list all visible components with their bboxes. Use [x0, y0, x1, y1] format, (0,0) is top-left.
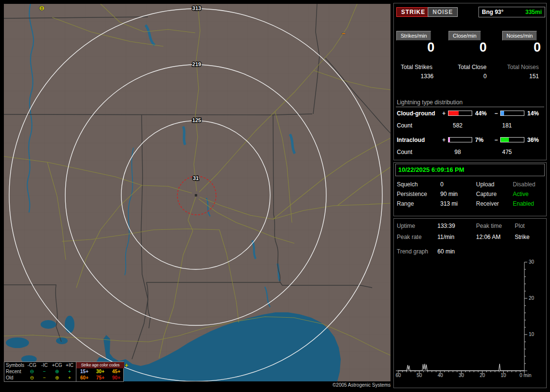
x-tick-50: 50 — [417, 373, 422, 378]
plot-label: Plot — [515, 223, 525, 229]
bearing-range-display[interactable]: Bng 93° 335mi — [478, 7, 545, 17]
status-row: Persistence 90 min Capture Active — [394, 191, 546, 198]
total-close-label: Total Close — [448, 64, 496, 70]
status-row: Range 313 mi Receiver Enabled — [394, 200, 546, 208]
persistence-value: 90 min — [440, 191, 458, 197]
noise-tab-button[interactable]: NOISE — [428, 7, 458, 17]
age-60: 60+ — [76, 375, 92, 381]
y-tick-10: 10 — [529, 332, 535, 337]
upload-label: Upload — [476, 181, 494, 188]
trend-graph-label: Trend graph — [397, 248, 428, 255]
legend-symbols-header: Symbols — [4, 362, 26, 368]
ic-positive-pct: 7% — [475, 137, 483, 143]
trend-line — [398, 364, 524, 371]
sensor-marker — [195, 194, 197, 196]
range-value: 313 mi — [440, 200, 458, 207]
noises-per-min-chip[interactable]: Noises/min — [502, 31, 537, 41]
stats-row: Trend graph 60 min — [394, 248, 546, 256]
total-noises-label: Total Noises — [499, 64, 547, 70]
legend-col-neg-ic: -IC — [38, 362, 51, 368]
distribution-title: Lightning type distribution — [397, 99, 463, 106]
cg-negative-bar — [500, 111, 524, 116]
receiver-status: Enabled — [513, 200, 534, 207]
cg-count-label: Count — [397, 122, 412, 129]
legend-row-recent-label: Recent — [4, 368, 26, 375]
recent-neg-ic-icon: − — [38, 368, 51, 375]
old-neg-cg-icon: ⊖ — [26, 375, 38, 381]
legend-col-pos-ic: +IC — [63, 362, 76, 368]
cg-positive-bar — [448, 111, 472, 116]
persistence-label: Persistence — [397, 191, 427, 197]
cloud-ground-label: Cloud-ground — [397, 110, 435, 117]
status-row: Squelch 0 Upload Disabled — [394, 181, 546, 189]
strike-symbol: + — [125, 362, 129, 368]
total-close-value: 0 — [442, 73, 487, 80]
old-pos-ic-icon: + — [63, 375, 76, 381]
bearing-distance: 335mi — [525, 9, 542, 15]
stats-row: Peak rate 11/min 12:06 AM Strike — [394, 234, 546, 241]
map-canvas: 313 219 125 31 — [4, 4, 391, 381]
x-tick-40: 40 — [437, 373, 443, 378]
upload-status: Disabled — [513, 181, 536, 188]
status-panel: 10/22/2025 6:09:16 PM Squelch 0 Upload D… — [393, 162, 547, 216]
recent-neg-cg-icon: ⊖ — [26, 368, 38, 375]
peak-rate-label: Peak rate — [397, 234, 421, 240]
trend-panel: Uptime 133:39 Peak time Plot Peak rate 1… — [393, 218, 547, 388]
strike-symbol: ⊖ — [39, 5, 44, 11]
squelch-label: Squelch — [397, 181, 418, 188]
minus-sign: − — [494, 137, 498, 143]
receiver-label: Receiver — [476, 200, 499, 207]
stats-row: Uptime 133:39 Peak time Plot — [394, 223, 546, 230]
capture-label: Capture — [476, 191, 497, 197]
old-pos-cg-icon: ⊕ — [51, 375, 63, 381]
peak-time-label: Peak time — [476, 223, 502, 229]
datetime-display: 10/22/2025 6:09:16 PM — [395, 164, 545, 176]
strike-age-header: Strike age color codes — [76, 362, 124, 368]
close-per-min-value: 0 — [444, 40, 487, 55]
uptime-value: 133:39 — [437, 223, 455, 229]
ic-positive-bar — [448, 137, 472, 142]
ic-negative-pct: 36% — [527, 137, 539, 143]
strike-symbol: − — [342, 30, 346, 37]
trend-tick-marks — [398, 262, 527, 374]
copyright-text: ©2005 Astrogenic Systems — [333, 382, 391, 388]
intracloud-label: Intracloud — [397, 137, 425, 143]
strike-stats-panel: STRIKE NOISE Bng 93° 335mi Strikes/min C… — [393, 3, 547, 160]
x-tick-10: 10 — [501, 373, 507, 378]
cg-positive-count: 582 — [447, 122, 468, 129]
y-tick-20: 20 — [529, 295, 535, 301]
divider — [396, 107, 544, 107]
map-view[interactable]: 313 219 125 31 ⊖ − + Symbols -CG -IC +CG… — [4, 4, 391, 381]
total-strikes-value: 1336 — [394, 73, 434, 80]
bearing-value: Bng 93° — [482, 9, 504, 15]
ring-label-31: 31 — [193, 175, 199, 181]
y-tick-30: 30 — [529, 259, 535, 265]
ic-negative-count: 475 — [496, 149, 518, 155]
cg-positive-pct: 44% — [475, 110, 487, 117]
ring-label-125: 125 — [192, 117, 201, 123]
legend-col-neg-cg: -CG — [26, 362, 38, 368]
close-per-min-chip[interactable]: Close/min — [449, 31, 481, 41]
recent-pos-ic-icon: + — [63, 368, 76, 375]
ic-count-label: Count — [397, 149, 412, 155]
strikes-per-min-value: 0 — [394, 40, 434, 55]
legend-row-old-label: Old — [4, 375, 26, 381]
legend-col-pos-cg: +CG — [51, 362, 63, 368]
strikes-per-min-chip[interactable]: Strikes/min — [396, 31, 431, 41]
recent-pos-cg-icon: ⊕ — [51, 368, 63, 375]
x-tick-20: 20 — [479, 373, 485, 378]
old-neg-ic-icon: − — [38, 375, 51, 381]
cg-negative-pct: 14% — [527, 110, 539, 117]
trend-graph: 60 50 40 30 20 10 0 min 30 20 10 — [395, 257, 543, 382]
ring-label-313: 313 — [192, 5, 201, 11]
ring-label-219: 219 — [192, 61, 201, 67]
age-45: 45+ — [108, 368, 124, 375]
range-label: Range — [397, 200, 414, 207]
peak-time-value: 12:06 AM — [476, 234, 501, 240]
total-strikes-label: Total Strikes — [394, 64, 439, 70]
plus-sign: + — [442, 137, 446, 143]
age-90: 90+ — [108, 375, 124, 381]
ic-negative-bar — [500, 137, 524, 142]
plus-sign: + — [442, 110, 446, 117]
strike-tab-button[interactable]: STRIKE — [396, 7, 430, 17]
